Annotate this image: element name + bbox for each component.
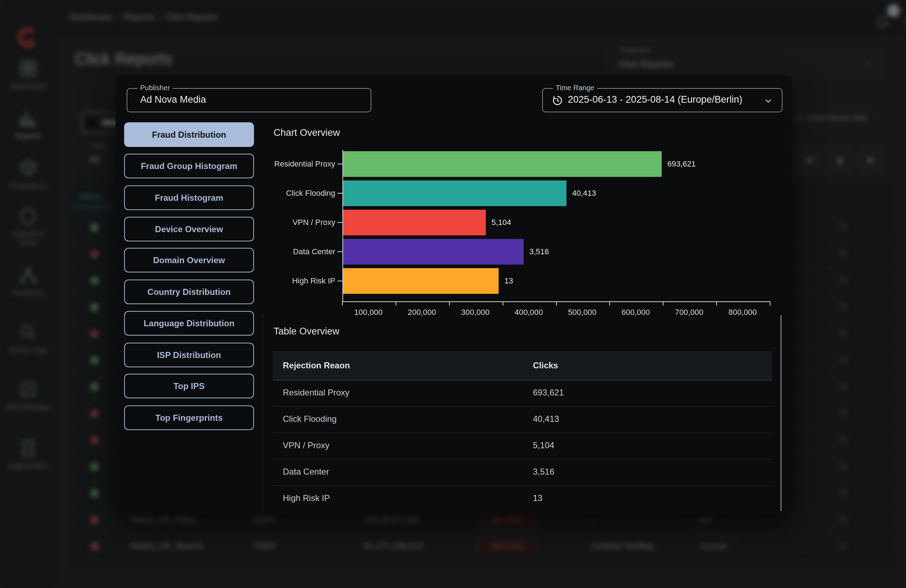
table-section-title: Table Overview xyxy=(274,326,340,337)
x-tick xyxy=(449,301,450,306)
nav-top-ips[interactable]: Top IPS xyxy=(124,374,254,398)
nav-fraud-group-histogram[interactable]: Fraud Group Histogram xyxy=(124,154,254,178)
category-label-high-risk-ip: High Risk IP xyxy=(251,276,335,285)
x-tick xyxy=(556,301,557,306)
x-tick-label: 100,000 xyxy=(343,308,394,317)
table-row-vpn-proxy: VPN / Proxy5,104 xyxy=(273,432,772,459)
screen: DashboardReportsIntegrationsDetection Ru… xyxy=(0,0,906,588)
cell-rejection-reason: Residential Proxy xyxy=(283,387,349,398)
x-tick-label: 600,000 xyxy=(611,308,660,317)
col-clicks: Clicks xyxy=(533,360,558,370)
x-tick-label: 700,000 xyxy=(664,308,714,317)
table-row-residential-proxy: Residential Proxy693,621 xyxy=(273,380,772,406)
nav-domain-overview[interactable]: Domain Overview xyxy=(124,248,254,272)
y-tick xyxy=(337,280,343,281)
cell-clicks: 13 xyxy=(533,493,542,503)
time-range-value: 2025-06-13 - 2025-08-14 (Europe/Berlin) xyxy=(568,94,742,105)
nav-fraud-histogram[interactable]: Fraud Histogram xyxy=(124,185,254,210)
cell-rejection-reason: VPN / Proxy xyxy=(283,440,330,450)
category-label-residential-proxy: Residential Proxy xyxy=(251,159,335,169)
x-tick-label: 200,000 xyxy=(397,308,447,317)
time-range-select[interactable]: Time Range 2025-06-13 - 2025-08-14 (Euro… xyxy=(542,88,783,112)
publisher-field-value: Ad Nova Media xyxy=(140,94,206,105)
chevron-down-icon xyxy=(763,96,773,106)
cell-clicks: 693,621 xyxy=(533,387,564,398)
nav-fraud-distribution[interactable]: Fraud Distribution xyxy=(124,122,254,147)
bar-value-residential-proxy: 693,621 xyxy=(667,159,696,169)
cell-clicks: 40,413 xyxy=(533,414,559,424)
nav-device-overview[interactable]: Device Overview xyxy=(124,217,254,241)
cell-clicks: 5,104 xyxy=(533,440,554,450)
x-tick-label: 400,000 xyxy=(504,308,554,317)
bar-value-vpn-proxy: 5,104 xyxy=(491,218,511,227)
col-rejection-reason: Rejection Reaon xyxy=(283,360,350,370)
x-tick xyxy=(716,301,717,306)
report-detail-modal: Publisher Ad Nova Media Time Range 2025-… xyxy=(116,75,792,514)
content-left-divider xyxy=(263,314,263,513)
table-row-click-flooding: Click Flooding40,413 xyxy=(273,406,772,433)
table-row-high-risk-ip: High Risk IP13 xyxy=(273,485,772,512)
history-clock-icon xyxy=(552,94,563,107)
x-tick-label: 300,000 xyxy=(450,308,501,317)
nav-top-fingerprints[interactable]: Top Fingerprints xyxy=(124,405,254,430)
cell-rejection-reason: Data Center xyxy=(283,467,329,477)
cell-rejection-reason: High Risk IP xyxy=(283,493,330,503)
y-tick xyxy=(337,252,343,252)
x-tick-label: 800,000 xyxy=(718,308,767,317)
bar-vpn-proxy[interactable] xyxy=(343,210,486,235)
x-tick xyxy=(502,301,503,306)
bar-value-click-flooding: 40,413 xyxy=(572,189,596,198)
category-label-vpn-proxy: VPN / Proxy xyxy=(251,218,335,227)
nav-country-distribution[interactable]: Country Distribution xyxy=(124,280,254,304)
bar-value-data-center: 3,516 xyxy=(530,247,549,257)
x-tick xyxy=(342,301,343,306)
nav-isp-distribution[interactable]: ISP Distribution xyxy=(124,343,254,367)
publisher-field-label: Publisher xyxy=(137,84,173,92)
x-tick xyxy=(609,301,610,306)
bar-residential-proxy[interactable] xyxy=(343,151,662,177)
x-tick xyxy=(396,301,396,306)
cell-clicks: 3,516 xyxy=(533,467,554,477)
chart-section-title: Chart Overview xyxy=(274,127,340,139)
category-label-click-flooding: Click Flooding xyxy=(251,189,335,198)
bar-value-high-risk-ip: 13 xyxy=(504,276,513,285)
time-range-label: Time Range xyxy=(553,84,597,92)
x-tick xyxy=(770,301,770,306)
bar-click-flooding[interactable] xyxy=(343,180,566,206)
table-header: Rejection Reaon Clicks xyxy=(273,351,772,381)
x-tick-label: 500,000 xyxy=(557,308,607,317)
bar-data-center[interactable] xyxy=(343,239,524,265)
cell-rejection-reason: Click Flooding xyxy=(283,414,337,424)
publisher-field[interactable]: Publisher Ad Nova Media xyxy=(127,88,371,112)
y-tick xyxy=(337,193,343,194)
y-tick xyxy=(337,222,343,223)
category-label-data-center: Data Center xyxy=(251,247,335,257)
nav-language-distribution[interactable]: Language Distribution xyxy=(124,311,254,336)
table-row-data-center: Data Center3,516 xyxy=(273,459,772,486)
bar-high-risk-ip[interactable] xyxy=(343,268,499,294)
y-tick xyxy=(337,164,343,164)
modal-scrollbar[interactable] xyxy=(780,315,782,511)
x-tick xyxy=(663,301,664,306)
